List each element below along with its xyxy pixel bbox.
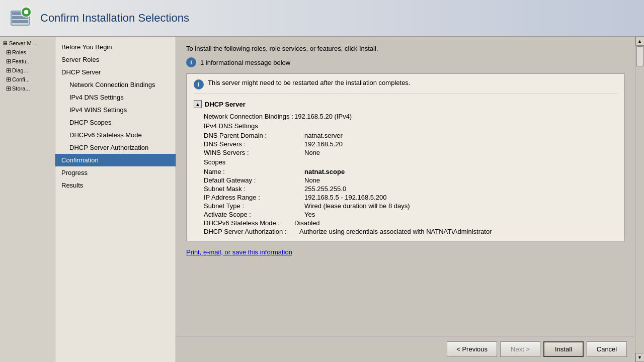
wins-servers-row: WINS Servers : None bbox=[194, 148, 617, 157]
scroll-thumb[interactable] bbox=[636, 46, 643, 66]
print-link[interactable]: Print, e-mail, or save this information bbox=[186, 248, 292, 256]
info-banner: i 1 informational message below bbox=[186, 57, 625, 67]
sidebar-item-network-bindings[interactable]: Network Connection Bindings bbox=[55, 78, 176, 91]
scroll-down-button[interactable]: ▼ bbox=[635, 353, 645, 362]
sidebar-item-server-roles[interactable]: Server Roles bbox=[55, 53, 176, 66]
info-count-label: 1 informational message below bbox=[200, 59, 290, 66]
subnet-mask-value: 255.255.255.0 bbox=[304, 185, 346, 193]
tree-item-storage[interactable]: ⊞ Stora... bbox=[0, 84, 55, 93]
details-box: i This server might need to be restarted… bbox=[186, 73, 625, 241]
ip-range-row: IP Address Range : 192.168.5.5 - 192.168… bbox=[194, 193, 617, 202]
restart-info-icon: i bbox=[194, 79, 204, 89]
restart-notice: i This server might need to be restarted… bbox=[194, 79, 617, 94]
config-expand-icon: ⊞ bbox=[6, 76, 11, 83]
cancel-button[interactable]: Cancel bbox=[587, 341, 627, 357]
activate-scope-row: Activate Scope : Yes bbox=[194, 210, 617, 219]
dhcpv6-label: DHCPv6 Stateless Mode : bbox=[194, 219, 294, 227]
svg-rect-6 bbox=[24, 11, 28, 14]
network-bindings-label: Network Connection Bindings : bbox=[194, 113, 294, 120]
restart-text: This server might need to be restarted a… bbox=[208, 79, 410, 86]
ipv4-dns-section-label: IPv4 DNS Settings bbox=[194, 121, 258, 131]
sidebar-item-dhcp-auth[interactable]: DHCP Server Authorization bbox=[55, 141, 176, 154]
tree-roles-label: Roles bbox=[12, 49, 26, 55]
auth-value: Authorize using credentials associated w… bbox=[299, 228, 492, 235]
sidebar-item-results[interactable]: Results bbox=[55, 179, 176, 192]
header-icon bbox=[8, 6, 32, 30]
scope-name-label: Name : bbox=[194, 168, 304, 175]
right-panel: To install the following roles, role ser… bbox=[176, 37, 635, 362]
server-icon: 🖥 bbox=[2, 40, 8, 47]
tree-diag-label: Diag... bbox=[12, 67, 28, 73]
dhcpv6-value: Disabled bbox=[294, 219, 320, 227]
scrollbar: ▲ ▼ bbox=[635, 37, 644, 362]
ip-range-value: 192.168.5.5 - 192.168.5.200 bbox=[304, 194, 386, 201]
subnet-mask-row: Subnet Mask : 255.255.255.0 bbox=[194, 185, 617, 193]
sidebar-item-dhcp-server[interactable]: DHCP Server bbox=[55, 66, 176, 78]
dhcp-server-title: DHCP Server bbox=[205, 101, 246, 108]
sidebar-item-confirmation[interactable]: Confirmation bbox=[55, 154, 176, 166]
auth-row: DHCP Server Authorization : Authorize us… bbox=[194, 227, 617, 236]
subnet-mask-label: Subnet Mask : bbox=[194, 185, 304, 193]
dns-servers-label: DNS Servers : bbox=[194, 140, 304, 148]
tree-features-label: Featu... bbox=[12, 58, 31, 64]
intro-text: To install the following roles, role ser… bbox=[186, 45, 625, 52]
tree-storage-label: Stora... bbox=[12, 85, 30, 92]
subnet-type-label: Subnet Type : bbox=[194, 202, 304, 210]
dns-parent-label: DNS Parent Domain : bbox=[194, 132, 304, 139]
tree-config-label: Confi... bbox=[12, 76, 30, 82]
default-gw-label: Default Gateway : bbox=[194, 176, 304, 184]
scopes-label: Scopes bbox=[194, 157, 225, 167]
scopes-row: Scopes bbox=[194, 157, 617, 167]
collapse-button[interactable]: ▲ bbox=[194, 100, 202, 108]
sidebar-item-ipv4-wins[interactable]: IPv4 WINS Settings bbox=[55, 104, 176, 116]
network-bindings-row: Network Connection Bindings : 192.168.5.… bbox=[194, 112, 617, 121]
previous-button[interactable]: < Previous bbox=[447, 341, 497, 357]
server-tree-panel: 🖥 Server M... ⊞ Roles ⊞ Featu... ⊞ Diag.… bbox=[0, 37, 55, 362]
scroll-track bbox=[636, 46, 644, 353]
wizard-main: Before You Begin Server Roles DHCP Serve… bbox=[55, 37, 644, 362]
storage-expand-icon: ⊞ bbox=[6, 85, 11, 92]
sidebar-item-dhcpv6-stateless[interactable]: DHCPv6 Stateless Mode bbox=[55, 129, 176, 141]
header-title: Confirm Installation Selections bbox=[40, 12, 189, 25]
tree-item-features[interactable]: ⊞ Featu... bbox=[0, 57, 55, 66]
features-expand-icon: ⊞ bbox=[6, 58, 11, 65]
wins-servers-value: None bbox=[304, 149, 320, 156]
default-gw-value: None bbox=[304, 176, 320, 184]
dns-servers-row: DNS Servers : 192.168.5.20 bbox=[194, 140, 617, 148]
tree-item-diag[interactable]: ⊞ Diag... bbox=[0, 66, 55, 75]
dns-parent-value: natnat.server bbox=[304, 132, 343, 139]
scope-name-row: Name : natnat.scope bbox=[194, 167, 617, 176]
wizard-sidebar: Before You Begin Server Roles DHCP Serve… bbox=[55, 37, 176, 362]
activate-value: Yes bbox=[304, 211, 315, 218]
activate-label: Activate Scope : bbox=[194, 211, 304, 218]
ip-range-label: IP Address Range : bbox=[194, 194, 304, 201]
install-button[interactable]: Install bbox=[543, 341, 584, 357]
sidebar-item-progress[interactable]: Progress bbox=[55, 166, 176, 179]
scroll-up-button[interactable]: ▲ bbox=[635, 37, 645, 46]
dns-servers-value: 192.168.5.20 bbox=[304, 140, 343, 148]
wizard-header: Confirm Installation Selections bbox=[0, 0, 644, 37]
info-icon: i bbox=[186, 57, 196, 67]
scope-name-value: natnat.scope bbox=[304, 168, 345, 175]
dns-parent-row: DNS Parent Domain : natnat.server bbox=[194, 131, 617, 140]
sidebar-item-before-you-begin[interactable]: Before You Begin bbox=[55, 41, 176, 53]
subnet-type-row: Subnet Type : Wired (lease duration will… bbox=[194, 202, 617, 210]
tree-item-server[interactable]: 🖥 Server M... bbox=[0, 39, 55, 48]
network-bindings-value: 192.168.5.20 (IPv4) bbox=[294, 113, 352, 120]
ipv4-dns-row: IPv4 DNS Settings bbox=[194, 121, 617, 131]
svg-rect-3 bbox=[12, 20, 28, 23]
wins-servers-label: WINS Servers : bbox=[194, 149, 304, 156]
subnet-type-value: Wired (lease duration will be 8 days) bbox=[304, 202, 410, 210]
tree-label: Server M... bbox=[9, 40, 36, 46]
diag-expand-icon: ⊞ bbox=[6, 67, 11, 74]
next-button[interactable]: Next > bbox=[500, 341, 540, 357]
sidebar-item-ipv4-dns[interactable]: IPv4 DNS Settings bbox=[55, 91, 176, 104]
auth-label: DHCP Server Authorization : bbox=[194, 228, 299, 235]
wizard-footer: < Previous Next > Install Cancel bbox=[176, 336, 635, 362]
dhcp-server-header: ▲ DHCP Server bbox=[194, 100, 617, 108]
tree-item-roles[interactable]: ⊞ Roles bbox=[0, 48, 55, 57]
default-gw-row: Default Gateway : None bbox=[194, 176, 617, 185]
tree-item-config[interactable]: ⊞ Confi... bbox=[0, 75, 55, 84]
sidebar-item-dhcp-scopes[interactable]: DHCP Scopes bbox=[55, 116, 176, 129]
roles-expand-icon: ⊞ bbox=[6, 49, 11, 56]
